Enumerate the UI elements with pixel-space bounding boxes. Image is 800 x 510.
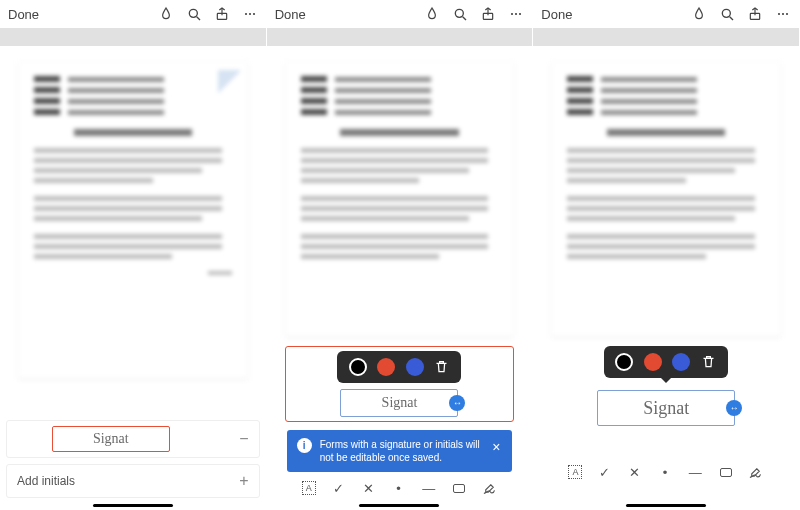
color-black-button[interactable] <box>615 353 633 371</box>
topbar: Done <box>533 0 799 28</box>
info-banner: i Forms with a signature or initials wil… <box>287 430 513 472</box>
tool-textbox-icon[interactable]: A <box>568 465 582 479</box>
tool-dot-icon[interactable]: • <box>657 464 673 480</box>
signature-row[interactable]: Signat − <box>6 420 260 458</box>
svg-point-0 <box>189 9 197 17</box>
svg-line-13 <box>730 17 733 20</box>
screen-2: Done <box>267 0 534 510</box>
screen-3: Done <box>533 0 800 510</box>
color-blue-button[interactable] <box>672 353 690 371</box>
fill-sign-toolbar: A ✓ ✕ • — <box>285 472 515 496</box>
tool-dot-icon[interactable]: • <box>390 480 406 496</box>
svg-point-4 <box>249 13 251 15</box>
search-icon[interactable] <box>719 6 735 22</box>
svg-point-17 <box>786 13 788 15</box>
screen-1: Done <box>0 0 267 510</box>
tool-rect-icon[interactable] <box>718 464 734 480</box>
topbar: Done <box>267 0 533 28</box>
ink-icon[interactable] <box>424 6 440 22</box>
svg-point-9 <box>511 13 513 15</box>
placed-signature[interactable]: Signat ↔ <box>340 389 458 417</box>
resize-handle[interactable]: ↔ <box>449 395 465 411</box>
svg-point-3 <box>245 13 247 15</box>
tool-pen-icon[interactable] <box>748 464 764 480</box>
tool-checkmark-icon[interactable]: ✓ <box>597 464 613 480</box>
edit-area: Signat ↔ i Forms with a signature or ini… <box>267 346 533 496</box>
tool-line-icon[interactable]: — <box>421 480 437 496</box>
add-initials-label: Add initials <box>17 474 75 488</box>
svg-point-12 <box>722 9 730 17</box>
tool-rect-icon[interactable] <box>451 480 467 496</box>
done-button[interactable]: Done <box>275 7 306 22</box>
document-tab-strip <box>0 28 266 46</box>
trash-icon[interactable] <box>434 359 450 375</box>
add-initials-row[interactable]: Add initials + <box>6 464 260 498</box>
signature-preview[interactable]: Signat <box>52 426 170 452</box>
tool-line-icon[interactable]: — <box>687 464 703 480</box>
edit-area: Signat ↔ A ✓ ✕ • — <box>533 346 799 480</box>
ink-icon[interactable] <box>691 6 707 22</box>
share-icon[interactable] <box>480 6 496 22</box>
color-red-button[interactable] <box>644 353 662 371</box>
remove-signature-button[interactable]: − <box>239 430 248 448</box>
tool-pen-icon[interactable] <box>481 480 497 496</box>
document-page <box>551 62 781 336</box>
tool-textbox-icon[interactable]: A <box>302 481 316 495</box>
done-button[interactable]: Done <box>8 7 39 22</box>
color-toolbar <box>337 351 461 383</box>
color-red-button[interactable] <box>377 358 395 376</box>
done-button[interactable]: Done <box>541 7 572 22</box>
trash-icon[interactable] <box>701 354 717 370</box>
svg-point-5 <box>253 13 255 15</box>
tool-cross-icon[interactable]: ✕ <box>627 464 643 480</box>
share-icon[interactable] <box>747 6 763 22</box>
info-icon: i <box>297 438 312 453</box>
document-viewport[interactable] <box>533 46 799 346</box>
fill-sign-toolbar: A ✓ ✕ • — <box>551 456 781 480</box>
home-indicator <box>626 504 706 507</box>
more-icon[interactable] <box>242 6 258 22</box>
search-icon[interactable] <box>452 6 468 22</box>
search-icon[interactable] <box>186 6 202 22</box>
svg-line-1 <box>196 17 199 20</box>
resize-handle[interactable]: ↔ <box>726 400 742 416</box>
home-indicator <box>359 504 439 507</box>
document-tab-strip <box>533 28 799 46</box>
document-viewport[interactable] <box>267 46 533 346</box>
more-icon[interactable] <box>508 6 524 22</box>
svg-point-11 <box>519 13 521 15</box>
add-initials-button[interactable]: + <box>239 472 248 490</box>
home-indicator <box>93 504 173 507</box>
svg-point-15 <box>778 13 780 15</box>
signature-text: Signat <box>643 398 689 419</box>
svg-line-7 <box>463 17 466 20</box>
signature-text: Signat <box>93 431 129 447</box>
document-tab-strip <box>267 28 533 46</box>
svg-point-16 <box>782 13 784 15</box>
svg-point-6 <box>456 9 464 17</box>
banner-close-button[interactable]: × <box>490 438 502 456</box>
ink-icon[interactable] <box>158 6 174 22</box>
tool-cross-icon[interactable]: ✕ <box>360 480 376 496</box>
banner-text: Forms with a signature or initials will … <box>320 438 482 464</box>
placed-signature[interactable]: Signat ↔ <box>597 390 735 426</box>
signature-sheet: Signat − Add initials + <box>0 420 266 498</box>
tool-checkmark-icon[interactable]: ✓ <box>330 480 346 496</box>
svg-point-10 <box>515 13 517 15</box>
color-blue-button[interactable] <box>406 358 424 376</box>
share-icon[interactable] <box>214 6 230 22</box>
color-black-button[interactable] <box>349 358 367 376</box>
document-page <box>285 62 515 336</box>
document-viewport[interactable] <box>0 46 266 388</box>
highlight-box: Signat ↔ <box>285 346 515 422</box>
document-page <box>18 62 248 378</box>
topbar: Done <box>0 0 266 28</box>
color-toolbar <box>604 346 728 378</box>
more-icon[interactable] <box>775 6 791 22</box>
signature-text: Signat <box>382 395 418 411</box>
